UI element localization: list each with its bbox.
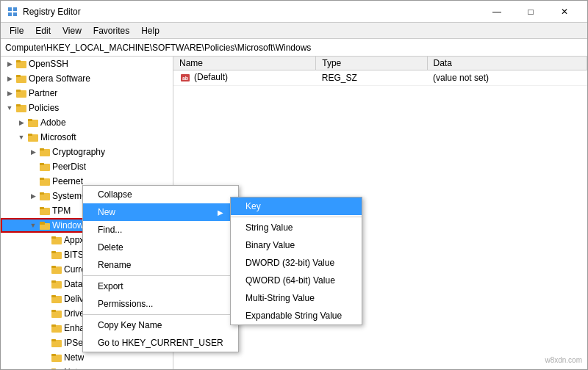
tree-toggle-policies[interactable]: ▼ xyxy=(4,101,15,115)
folder-icon xyxy=(51,249,62,261)
svg-rect-30 xyxy=(51,236,56,239)
folder-icon xyxy=(51,366,62,369)
tree-toggle-crypto[interactable]: ▶ xyxy=(27,145,39,159)
ctx-collapse[interactable]: Collapse xyxy=(83,186,238,203)
tree-item-openssh[interactable]: ▶ OpenSSH xyxy=(1,57,173,71)
submenu-binary-value[interactable]: Binary Value xyxy=(231,236,362,254)
tree-item-microsoft[interactable]: ▼ Microsoft xyxy=(1,130,173,145)
svg-rect-24 xyxy=(40,192,44,195)
folder-icon xyxy=(51,337,62,349)
tree-toggle-syscerts[interactable]: ▶ xyxy=(27,189,39,203)
menu-edit[interactable]: Edit xyxy=(29,24,57,37)
submenu-expandable-value[interactable]: Expandable String Value xyxy=(231,307,362,324)
tree-item-adobe[interactable]: ▶ Adobe xyxy=(1,115,173,130)
ctx-export[interactable]: Export xyxy=(83,278,238,295)
tree-item-netw2[interactable]: Netw xyxy=(1,365,173,369)
folder-icon xyxy=(39,190,51,202)
svg-rect-34 xyxy=(51,266,56,268)
submenu-key[interactable]: Key xyxy=(231,197,362,215)
tree-label-partner: Partner xyxy=(29,88,57,98)
reg-icon: ab xyxy=(179,72,191,84)
ctx-delete[interactable]: Delete xyxy=(83,239,238,256)
tree-toggle-opera[interactable]: ▶ xyxy=(4,71,15,86)
arrow-icon: ▶ xyxy=(218,208,223,217)
folder-icon xyxy=(51,322,62,334)
tree-toggle-adobe[interactable]: ▶ xyxy=(15,115,27,130)
col-type: Type xyxy=(316,57,427,70)
svg-rect-18 xyxy=(40,148,44,150)
tree-label-adobe: Adobe xyxy=(40,117,66,128)
watermark: w8xdn.com xyxy=(545,356,582,364)
ctx-new[interactable]: New ▶ xyxy=(83,203,238,221)
close-button[interactable]: ✕ xyxy=(548,1,581,23)
tree-label-crypto: Cryptography xyxy=(52,147,105,157)
row-name: ab (Default) xyxy=(173,70,316,86)
menu-help[interactable]: Help xyxy=(135,24,165,37)
ctx-rename[interactable]: Rename xyxy=(83,256,238,274)
tree-toggle-openssh[interactable]: ▶ xyxy=(4,57,15,71)
folder-icon xyxy=(15,73,27,84)
submenu-qword-value[interactable]: QWORD (64-bit) Value xyxy=(231,272,362,289)
svg-rect-14 xyxy=(28,119,32,121)
svg-rect-0 xyxy=(8,7,12,11)
folder-icon xyxy=(15,87,27,99)
app-icon xyxy=(7,6,18,18)
ctx-permissions[interactable]: Permissions... xyxy=(83,295,238,313)
tree-item-opera[interactable]: ▶ Opera Software xyxy=(1,71,173,86)
svg-rect-3 xyxy=(13,12,17,16)
tree-label-peerdist: PeerDist xyxy=(52,162,86,172)
svg-rect-6 xyxy=(16,60,21,62)
col-name: Name xyxy=(173,57,316,70)
folder-icon xyxy=(51,278,62,290)
folder-icon xyxy=(39,146,51,158)
minimize-button[interactable]: — xyxy=(480,1,514,23)
tree-label-openssh: OpenSSH xyxy=(29,59,68,69)
svg-rect-16 xyxy=(28,134,32,136)
ctx-find[interactable]: Find... xyxy=(83,221,238,239)
svg-rect-22 xyxy=(40,178,44,180)
svg-rect-46 xyxy=(51,354,56,356)
table-row[interactable]: ab (Default) REG_SZ (value not set) xyxy=(173,70,587,86)
row-data: (value not set) xyxy=(427,70,587,86)
folder-icon xyxy=(51,293,62,305)
tree-toggle-windows[interactable]: ▼ xyxy=(27,218,39,233)
tree-item-partner[interactable]: ▶ Partner xyxy=(1,86,173,101)
tree-item-peerdist[interactable]: PeerDist xyxy=(1,159,173,174)
svg-rect-10 xyxy=(16,90,21,92)
svg-rect-38 xyxy=(51,295,56,297)
ctx-separator-1 xyxy=(83,275,238,276)
folder-icon xyxy=(27,131,39,143)
col-data: Data xyxy=(427,57,587,70)
submenu-multistring-value[interactable]: Multi-String Value xyxy=(231,289,362,307)
folder-icon xyxy=(15,58,27,70)
tree-toggle-microsoft[interactable]: ▼ xyxy=(15,130,27,145)
menu-favorites[interactable]: Favorites xyxy=(87,24,135,37)
tree-item-netw1[interactable]: Netw xyxy=(1,350,173,365)
svg-rect-20 xyxy=(40,163,44,165)
submenu-separator xyxy=(231,217,362,217)
maximize-button[interactable]: □ xyxy=(514,1,548,23)
menu-file[interactable]: File xyxy=(4,24,29,37)
folder-icon-open xyxy=(39,220,51,231)
tree-item-policies[interactable]: ▼ Policies xyxy=(1,101,173,115)
svg-rect-2 xyxy=(8,12,12,16)
submenu-dword-value[interactable]: DWORD (32-bit) Value xyxy=(231,254,362,272)
registry-editor-window: Registry Editor — □ ✕ File Edit View Fav… xyxy=(0,0,588,370)
title-controls: — □ ✕ xyxy=(480,1,581,23)
tree-label-peernet: Peernet xyxy=(52,176,83,186)
submenu-string-value[interactable]: String Value xyxy=(231,219,362,236)
svg-rect-8 xyxy=(16,75,21,77)
folder-icon xyxy=(15,102,27,114)
context-menu: Collapse New ▶ Find... Delete Rename Exp… xyxy=(82,185,239,352)
folder-icon xyxy=(51,352,62,363)
menu-view[interactable]: View xyxy=(57,24,87,37)
tree-label-tpm: TPM xyxy=(52,206,71,216)
tree-item-crypto[interactable]: ▶ Cryptography xyxy=(1,145,173,159)
ctx-copy-key-name[interactable]: Copy Key Name xyxy=(83,316,238,334)
menu-bar: File Edit View Favorites Help xyxy=(1,23,587,39)
svg-rect-26 xyxy=(40,207,44,209)
ctx-goto-hkcu[interactable]: Go to HKEY_CURRENT_USER xyxy=(83,334,238,352)
tree-toggle-partner[interactable]: ▶ xyxy=(4,86,15,101)
svg-rect-32 xyxy=(51,251,56,253)
svg-rect-1 xyxy=(13,7,17,11)
